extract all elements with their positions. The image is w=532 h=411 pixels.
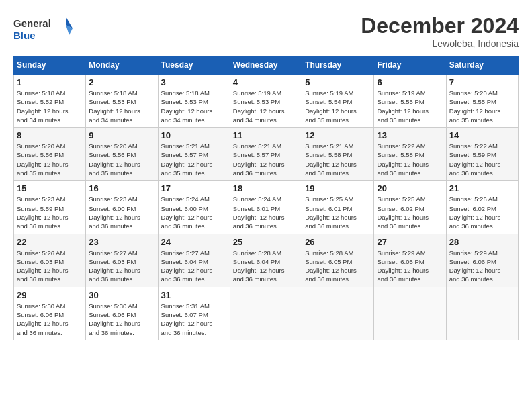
calendar-week-2: 8Sunrise: 5:20 AM Sunset: 5:56 PM Daylig… xyxy=(14,128,519,181)
title-block: December 2024 Lewoleba, Indonesia xyxy=(361,13,519,49)
calendar-cell: 21Sunrise: 5:26 AM Sunset: 6:02 PM Dayli… xyxy=(446,181,518,234)
calendar-cell: 25Sunrise: 5:28 AM Sunset: 6:04 PM Dayli… xyxy=(230,234,302,287)
day-info: Sunrise: 5:20 AM Sunset: 5:56 PM Dayligh… xyxy=(89,142,154,177)
calendar-table: SundayMondayTuesdayWednesdayThursdayFrid… xyxy=(13,56,519,340)
day-number: 12 xyxy=(305,130,371,140)
calendar-cell: 19Sunrise: 5:25 AM Sunset: 6:01 PM Dayli… xyxy=(302,181,374,234)
day-number: 26 xyxy=(305,237,371,247)
calendar-cell: 14Sunrise: 5:22 AM Sunset: 5:59 PM Dayli… xyxy=(446,128,518,181)
calendar-cell xyxy=(230,287,302,340)
calendar-cell: 10Sunrise: 5:21 AM Sunset: 5:57 PM Dayli… xyxy=(158,128,230,181)
calendar-cell: 7Sunrise: 5:20 AM Sunset: 5:55 PM Daylig… xyxy=(446,75,518,128)
weekday-header-friday: Friday xyxy=(374,56,446,75)
calendar-cell: 30Sunrise: 5:30 AM Sunset: 6:06 PM Dayli… xyxy=(86,287,158,340)
calendar-cell: 24Sunrise: 5:27 AM Sunset: 6:04 PM Dayli… xyxy=(158,234,230,287)
calendar-cell: 23Sunrise: 5:27 AM Sunset: 6:03 PM Dayli… xyxy=(86,234,158,287)
location-subtitle: Lewoleba, Indonesia xyxy=(361,38,519,49)
day-info: Sunrise: 5:26 AM Sunset: 6:03 PM Dayligh… xyxy=(17,248,83,284)
calendar-cell: 29Sunrise: 5:30 AM Sunset: 6:06 PM Dayli… xyxy=(14,287,86,340)
day-number: 29 xyxy=(17,290,83,300)
weekday-header-tuesday: Tuesday xyxy=(158,56,230,75)
calendar-cell: 17Sunrise: 5:24 AM Sunset: 6:00 PM Dayli… xyxy=(158,181,230,234)
calendar-cell: 13Sunrise: 5:22 AM Sunset: 5:58 PM Dayli… xyxy=(374,128,446,181)
page-header: General Blue December 2024 Lewoleba, Ind… xyxy=(13,13,519,49)
calendar-cell: 26Sunrise: 5:28 AM Sunset: 6:05 PM Dayli… xyxy=(302,234,374,287)
day-info: Sunrise: 5:24 AM Sunset: 6:00 PM Dayligh… xyxy=(161,195,227,230)
calendar-cell: 5Sunrise: 5:19 AM Sunset: 5:54 PM Daylig… xyxy=(302,75,374,128)
calendar-cell: 2Sunrise: 5:18 AM Sunset: 5:53 PM Daylig… xyxy=(86,75,158,128)
day-number: 3 xyxy=(161,77,227,87)
day-info: Sunrise: 5:19 AM Sunset: 5:53 PM Dayligh… xyxy=(233,89,299,124)
day-number: 30 xyxy=(89,290,154,300)
day-info: Sunrise: 5:23 AM Sunset: 5:59 PM Dayligh… xyxy=(17,195,83,230)
logo-svg: General Blue xyxy=(13,13,74,44)
day-info: Sunrise: 5:30 AM Sunset: 6:06 PM Dayligh… xyxy=(89,302,154,337)
day-info: Sunrise: 5:28 AM Sunset: 6:04 PM Dayligh… xyxy=(233,248,299,284)
weekday-header-thursday: Thursday xyxy=(302,56,374,75)
day-info: Sunrise: 5:21 AM Sunset: 5:57 PM Dayligh… xyxy=(233,142,299,177)
day-number: 11 xyxy=(233,130,299,140)
calendar-cell: 6Sunrise: 5:19 AM Sunset: 5:55 PM Daylig… xyxy=(374,75,446,128)
day-info: Sunrise: 5:20 AM Sunset: 5:56 PM Dayligh… xyxy=(17,142,83,177)
calendar-cell: 31Sunrise: 5:31 AM Sunset: 6:07 PM Dayli… xyxy=(158,287,230,340)
day-number: 28 xyxy=(449,237,515,247)
day-info: Sunrise: 5:27 AM Sunset: 6:03 PM Dayligh… xyxy=(89,248,154,284)
day-info: Sunrise: 5:24 AM Sunset: 6:01 PM Dayligh… xyxy=(233,195,299,230)
calendar-week-5: 29Sunrise: 5:30 AM Sunset: 6:06 PM Dayli… xyxy=(14,287,519,340)
day-number: 7 xyxy=(449,77,515,87)
calendar-cell: 9Sunrise: 5:20 AM Sunset: 5:56 PM Daylig… xyxy=(86,128,158,181)
weekday-header-monday: Monday xyxy=(86,56,158,75)
day-number: 15 xyxy=(17,183,83,193)
day-number: 27 xyxy=(377,237,443,247)
day-number: 23 xyxy=(89,237,154,247)
calendar-cell: 11Sunrise: 5:21 AM Sunset: 5:57 PM Dayli… xyxy=(230,128,302,181)
calendar-cell: 12Sunrise: 5:21 AM Sunset: 5:58 PM Dayli… xyxy=(302,128,374,181)
calendar-cell: 27Sunrise: 5:29 AM Sunset: 6:05 PM Dayli… xyxy=(374,234,446,287)
calendar-cell: 18Sunrise: 5:24 AM Sunset: 6:01 PM Dayli… xyxy=(230,181,302,234)
day-info: Sunrise: 5:21 AM Sunset: 5:57 PM Dayligh… xyxy=(161,142,227,177)
calendar-cell: 16Sunrise: 5:23 AM Sunset: 6:00 PM Dayli… xyxy=(86,181,158,234)
svg-text:Blue: Blue xyxy=(13,30,36,41)
day-info: Sunrise: 5:26 AM Sunset: 6:02 PM Dayligh… xyxy=(449,195,515,230)
day-info: Sunrise: 5:21 AM Sunset: 5:58 PM Dayligh… xyxy=(305,142,371,177)
day-info: Sunrise: 5:18 AM Sunset: 5:53 PM Dayligh… xyxy=(161,89,227,124)
day-number: 8 xyxy=(17,130,83,140)
calendar-cell xyxy=(446,287,518,340)
calendar-cell: 3Sunrise: 5:18 AM Sunset: 5:53 PM Daylig… xyxy=(158,75,230,128)
calendar-cell: 28Sunrise: 5:29 AM Sunset: 6:06 PM Dayli… xyxy=(446,234,518,287)
day-info: Sunrise: 5:31 AM Sunset: 6:07 PM Dayligh… xyxy=(161,302,227,337)
day-info: Sunrise: 5:28 AM Sunset: 6:05 PM Dayligh… xyxy=(305,248,371,284)
day-number: 18 xyxy=(233,183,299,193)
day-number: 31 xyxy=(161,290,227,300)
day-number: 22 xyxy=(17,237,83,247)
calendar-cell: 22Sunrise: 5:26 AM Sunset: 6:03 PM Dayli… xyxy=(14,234,86,287)
day-number: 19 xyxy=(305,183,371,193)
day-number: 5 xyxy=(305,77,371,87)
weekday-header-wednesday: Wednesday xyxy=(230,56,302,75)
day-number: 2 xyxy=(89,77,154,87)
day-number: 14 xyxy=(449,130,515,140)
day-info: Sunrise: 5:27 AM Sunset: 6:04 PM Dayligh… xyxy=(161,248,227,284)
day-info: Sunrise: 5:22 AM Sunset: 5:59 PM Dayligh… xyxy=(449,142,515,177)
day-info: Sunrise: 5:22 AM Sunset: 5:58 PM Dayligh… xyxy=(377,142,443,177)
day-info: Sunrise: 5:19 AM Sunset: 5:55 PM Dayligh… xyxy=(377,89,443,124)
calendar-cell xyxy=(302,287,374,340)
weekday-header-sunday: Sunday xyxy=(14,56,86,75)
calendar-week-4: 22Sunrise: 5:26 AM Sunset: 6:03 PM Dayli… xyxy=(14,234,519,287)
day-number: 24 xyxy=(161,237,227,247)
day-info: Sunrise: 5:30 AM Sunset: 6:06 PM Dayligh… xyxy=(17,302,83,337)
day-info: Sunrise: 5:18 AM Sunset: 5:53 PM Dayligh… xyxy=(89,89,154,124)
day-info: Sunrise: 5:18 AM Sunset: 5:52 PM Dayligh… xyxy=(17,89,83,124)
day-number: 9 xyxy=(89,130,154,140)
day-number: 13 xyxy=(377,130,443,140)
day-number: 1 xyxy=(17,77,83,87)
month-title: December 2024 xyxy=(361,13,519,38)
day-info: Sunrise: 5:25 AM Sunset: 6:02 PM Dayligh… xyxy=(377,195,443,230)
day-info: Sunrise: 5:29 AM Sunset: 6:05 PM Dayligh… xyxy=(377,248,443,284)
day-number: 20 xyxy=(377,183,443,193)
svg-text:General: General xyxy=(13,17,51,29)
day-number: 4 xyxy=(233,77,299,87)
calendar-cell xyxy=(374,287,446,340)
day-number: 10 xyxy=(161,130,227,140)
day-number: 25 xyxy=(233,237,299,247)
